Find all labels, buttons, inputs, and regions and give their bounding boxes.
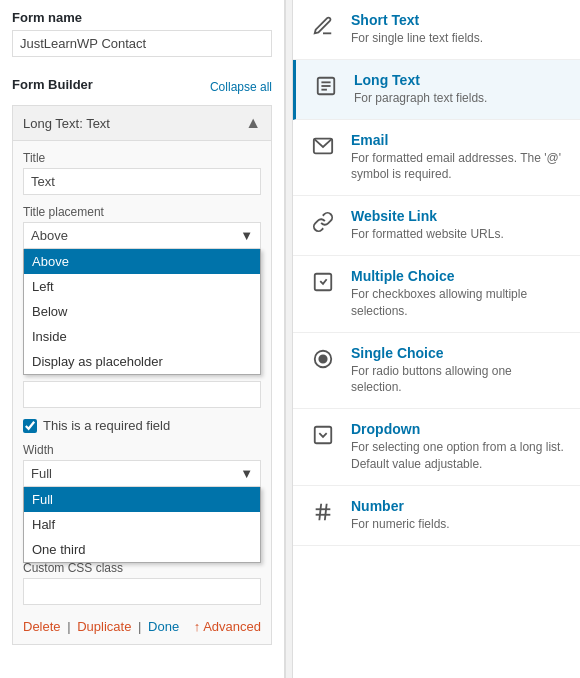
- dropdown-arrow-icon: ▼: [240, 228, 253, 243]
- field-block: Long Text: Text ▲ Title Title placement …: [12, 105, 272, 645]
- css-input[interactable]: [23, 578, 261, 605]
- field-type-name: Dropdown: [351, 421, 564, 437]
- option-inside[interactable]: Inside: [24, 324, 260, 349]
- field-type-desc: For paragraph text fields.: [354, 90, 564, 107]
- title-placement-dropdown[interactable]: Above ▼ Above Left Below Inside Display …: [23, 222, 261, 249]
- field-type-item-long-text[interactable]: Long Text For paragraph text fields.: [293, 60, 580, 120]
- field-type-name: Long Text: [354, 72, 564, 88]
- svg-line-12: [325, 504, 327, 521]
- option-above[interactable]: Above: [24, 249, 260, 274]
- field-type-content: Long Text For paragraph text fields.: [354, 72, 564, 107]
- width-option-third[interactable]: One third: [24, 537, 260, 562]
- field-header-title: Long Text: Text: [23, 116, 110, 131]
- field-type-desc: For selecting one option from a long lis…: [351, 439, 564, 473]
- field-type-name: Email: [351, 132, 564, 148]
- width-arrow-icon: ▼: [240, 466, 253, 481]
- title-placement-row: Title placement Above ▼ Above Left Below…: [23, 205, 261, 249]
- svg-rect-8: [315, 427, 332, 444]
- pencil-icon: [309, 12, 337, 40]
- field-type-name: Website Link: [351, 208, 564, 224]
- field-type-content: Website Link For formatted website URLs.: [351, 208, 564, 243]
- field-block-header[interactable]: Long Text: Text ▲: [13, 106, 271, 141]
- form-name-input[interactable]: [12, 30, 272, 57]
- panel-divider: [285, 0, 293, 678]
- divider-1: |: [67, 619, 74, 634]
- svg-point-7: [319, 355, 326, 362]
- css-field-row: Custom CSS class: [23, 561, 261, 605]
- hash-icon: [309, 498, 337, 526]
- placeholder-input[interactable]: [23, 381, 261, 408]
- field-type-name: Multiple Choice: [351, 268, 564, 284]
- field-type-item-short-text[interactable]: Short Text For single line text fields.: [293, 0, 580, 60]
- svg-rect-5: [315, 274, 332, 291]
- field-type-item-dropdown[interactable]: Dropdown For selecting one option from a…: [293, 409, 580, 486]
- link-icon: [309, 208, 337, 236]
- right-panel: Short Text For single line text fields. …: [293, 0, 580, 678]
- field-type-item-website-link[interactable]: Website Link For formatted website URLs.: [293, 196, 580, 256]
- field-type-name: Number: [351, 498, 564, 514]
- option-below[interactable]: Below: [24, 299, 260, 324]
- required-field-checkbox[interactable]: [23, 419, 37, 433]
- option-placeholder[interactable]: Display as placeholder: [24, 349, 260, 374]
- field-type-content: Short Text For single line text fields.: [351, 12, 564, 47]
- field-type-desc: For single line text fields.: [351, 30, 564, 47]
- title-placement-display[interactable]: Above ▼: [23, 222, 261, 249]
- option-left[interactable]: Left: [24, 274, 260, 299]
- field-type-desc: For checkboxes allowing multiple selecti…: [351, 286, 564, 320]
- field-type-content: Single Choice For radio buttons allowing…: [351, 345, 564, 397]
- width-display[interactable]: Full ▼: [23, 460, 261, 487]
- checkbox-icon: [309, 268, 337, 296]
- width-option-full[interactable]: Full: [24, 487, 260, 512]
- dropdown-icon: [309, 421, 337, 449]
- done-link[interactable]: Done: [148, 619, 179, 634]
- field-type-content: Dropdown For selecting one option from a…: [351, 421, 564, 473]
- title-placement-list: Above Left Below Inside Display as place…: [23, 249, 261, 375]
- delete-link[interactable]: Delete: [23, 619, 61, 634]
- divider-2: |: [138, 619, 145, 634]
- field-type-name: Short Text: [351, 12, 564, 28]
- css-label: Custom CSS class: [23, 561, 261, 575]
- width-dropdown[interactable]: Full ▼ Full Half One third: [23, 460, 261, 487]
- field-type-item-email[interactable]: Email For formatted email addresses. The…: [293, 120, 580, 197]
- svg-line-11: [319, 504, 321, 521]
- title-placement-value: Above: [31, 228, 68, 243]
- title-placement-label: Title placement: [23, 205, 261, 219]
- field-type-desc: For radio buttons allowing one selection…: [351, 363, 564, 397]
- field-type-desc: For formatted website URLs.: [351, 226, 564, 243]
- advanced-link[interactable]: ↑ Advanced: [194, 619, 261, 634]
- required-field-label: This is a required field: [43, 418, 170, 433]
- field-type-desc: For formatted email addresses. The '@' s…: [351, 150, 564, 184]
- envelope-icon: [309, 132, 337, 160]
- field-type-name: Single Choice: [351, 345, 564, 361]
- duplicate-link[interactable]: Duplicate: [77, 619, 131, 634]
- field-type-desc: For numeric fields.: [351, 516, 564, 533]
- title-input[interactable]: [23, 168, 261, 195]
- title-label: Title: [23, 151, 261, 165]
- field-type-content: Email For formatted email addresses. The…: [351, 132, 564, 184]
- radio-icon: [309, 345, 337, 373]
- collapse-arrow-icon: ▲: [245, 114, 261, 132]
- field-type-item-multiple-choice[interactable]: Multiple Choice For checkboxes allowing …: [293, 256, 580, 333]
- title-field-row: Title: [23, 151, 261, 195]
- action-links: Delete | Duplicate | Done ↑ Advanced: [23, 619, 261, 634]
- width-option-half[interactable]: Half: [24, 512, 260, 537]
- field-block-body: Title Title placement Above ▼ Above Left…: [13, 141, 271, 644]
- width-list: Full Half One third: [23, 487, 261, 563]
- field-type-item-number[interactable]: Number For numeric fields.: [293, 486, 580, 546]
- form-name-label: Form name: [12, 10, 272, 25]
- collapse-all-link[interactable]: Collapse all: [210, 80, 272, 94]
- width-value: Full: [31, 466, 52, 481]
- width-field-row: Width Full ▼ Full Half One third: [23, 443, 261, 487]
- field-type-item-single-choice[interactable]: Single Choice For radio buttons allowing…: [293, 333, 580, 410]
- width-label: Width: [23, 443, 261, 457]
- form-builder-label: Form Builder: [12, 77, 93, 92]
- left-panel: Form name Form Builder Collapse all Long…: [0, 0, 285, 678]
- field-type-content: Number For numeric fields.: [351, 498, 564, 533]
- required-checkbox-row: This is a required field: [23, 418, 261, 433]
- field-type-content: Multiple Choice For checkboxes allowing …: [351, 268, 564, 320]
- lines-icon: [312, 72, 340, 100]
